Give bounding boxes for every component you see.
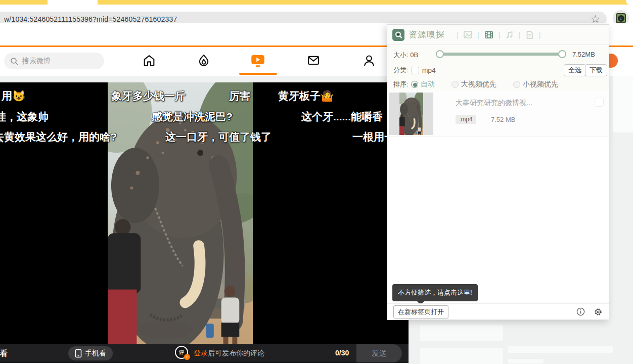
danmaku-comment: 黄牙板子🤷 bbox=[278, 89, 334, 103]
popup-title: 资源嗅探 bbox=[409, 29, 445, 40]
skeleton-block bbox=[508, 346, 613, 353]
search-placeholder: 搜索微博 bbox=[22, 57, 51, 66]
skeleton-block bbox=[420, 325, 503, 341]
select-all-button[interactable]: 全选 bbox=[564, 64, 586, 76]
resource-list-item[interactable]: 大事研究研究的微博视... .mp4 7.52 MB bbox=[387, 90, 609, 137]
login-link[interactable]: 登录 bbox=[194, 349, 208, 357]
size-range-slider[interactable] bbox=[437, 50, 564, 58]
phone-icon bbox=[75, 349, 82, 358]
sort-auto-radio[interactable] bbox=[411, 81, 418, 88]
skeleton-block bbox=[613, 76, 633, 132]
browser-tab-strip[interactable] bbox=[0, 0, 633, 5]
nav-home-icon[interactable] bbox=[141, 52, 158, 69]
video-tab-underline bbox=[239, 73, 277, 75]
sniffer-logo-icon bbox=[392, 29, 404, 41]
sort-small-label: 小视频优先 bbox=[523, 80, 558, 89]
filter-docs-icon[interactable] bbox=[525, 30, 534, 39]
watch-count-label: 观看 bbox=[0, 349, 8, 358]
danmaku-comment: 感觉是冲洗泥巴? bbox=[152, 110, 233, 124]
filter-tooltip: 不方便筛选，请点击这里! bbox=[392, 284, 478, 301]
divider: | bbox=[457, 30, 459, 39]
danmaku-toggle-check: ✓ bbox=[184, 354, 190, 360]
filter-audio-icon[interactable] bbox=[505, 30, 514, 39]
download-button[interactable]: 下载 bbox=[585, 64, 607, 76]
sort-small-radio[interactable] bbox=[513, 81, 520, 88]
comment-input[interactable]: 登录后可发布你的评论 bbox=[194, 349, 264, 358]
divider: | bbox=[499, 30, 501, 39]
screen: w/1034:5246052111155396?mid=524605276160… bbox=[0, 0, 633, 364]
popup-header: 资源嗅探 | | | bbox=[387, 25, 609, 45]
size-label: 大小: 0B bbox=[393, 51, 418, 60]
slider-track[interactable] bbox=[437, 53, 564, 56]
comment-badge-text: 评 bbox=[179, 349, 185, 356]
sniffer-popup: 资源嗅探 | | | bbox=[387, 24, 609, 320]
sort-large-label: 大视频优先 bbox=[461, 80, 496, 89]
filter-images-icon[interactable] bbox=[463, 30, 473, 39]
danmaku-comment: 这一口牙，可值了钱了 bbox=[165, 130, 272, 144]
danmaku-comment: 去黄效果这么好，用的啥? bbox=[0, 130, 117, 144]
sort-filter-row: 排序: 自动 大视频优先 小视频优先 bbox=[393, 80, 558, 89]
danmaku-comment: 用😺 bbox=[2, 89, 25, 103]
search-input[interactable]: 搜索微博 bbox=[4, 53, 104, 69]
divider: | bbox=[477, 30, 479, 39]
resource-list: 大事研究研究的微博视... .mp4 7.52 MB bbox=[387, 90, 609, 283]
sort-auto-label: 自动 bbox=[421, 80, 435, 89]
sort-label: 排序: bbox=[393, 80, 409, 89]
nav-hot-icon[interactable] bbox=[195, 52, 212, 69]
mp4-label: mp4 bbox=[422, 66, 436, 74]
search-icon bbox=[10, 57, 18, 65]
danmaku-comment: 厉害 bbox=[229, 89, 250, 103]
send-comment-button[interactable]: 发送 bbox=[356, 344, 402, 362]
settings-gear-icon[interactable] bbox=[594, 307, 603, 316]
nav-profile-icon[interactable] bbox=[360, 52, 378, 69]
mp4-checkbox[interactable] bbox=[412, 67, 419, 74]
slider-handle-min[interactable] bbox=[436, 50, 444, 58]
item-title: 大事研究研究的微博视... bbox=[456, 99, 532, 108]
browser-toolbar: w/1034:5246052111155396?mid=524605276160… bbox=[0, 5, 633, 23]
danmaku-comment: 哇，这象帅 bbox=[0, 110, 49, 124]
comment-hint: 后可发布你的评论 bbox=[208, 349, 264, 357]
popup-footer: 在新标签页打开 bbox=[387, 303, 609, 320]
sort-large-radio[interactable] bbox=[451, 81, 459, 88]
size-max-label: 7.52MB bbox=[572, 51, 595, 58]
tab-corner bbox=[626, 0, 633, 5]
watch-on-phone-button[interactable]: 手机看 bbox=[68, 346, 113, 360]
danmaku-comment: 象牙多少钱一斤 bbox=[111, 89, 186, 103]
video-player[interactable]: 用😺象牙多少钱一斤厉害黄牙板子🤷哇，这象帅感觉是冲洗泥巴?这个牙......能嚼… bbox=[0, 82, 409, 344]
category-filter-row: 分类: mp4 bbox=[393, 66, 436, 75]
item-checkbox[interactable] bbox=[595, 98, 604, 107]
bookmark-star-icon[interactable]: ☆ bbox=[591, 13, 602, 24]
open-new-tab-button[interactable]: 在新标签页打开 bbox=[393, 305, 448, 318]
danmaku-layer: 用😺象牙多少钱一斤厉害黄牙板子🤷哇，这象帅感觉是冲洗泥巴?这个牙......能嚼… bbox=[0, 82, 409, 344]
char-counter: 0/30 bbox=[335, 349, 349, 357]
url-text[interactable]: w/1034:5246052111155396?mid=524605276160… bbox=[4, 15, 177, 23]
nav-video-icon-active[interactable] bbox=[249, 52, 266, 69]
divider: | bbox=[539, 30, 541, 39]
size-filter-row: 大小: 0B bbox=[393, 51, 418, 60]
popup-filter-panel: 大小: 0B 7.52MB 分类: mp4 全选 下载 排序: 自动 大视频优先 bbox=[387, 46, 609, 90]
video-thumbnail bbox=[389, 93, 433, 135]
item-size: 7.52 MB bbox=[491, 116, 515, 123]
skeleton-block bbox=[508, 359, 544, 363]
skeleton-block bbox=[420, 348, 503, 364]
category-label: 分类: bbox=[393, 66, 409, 75]
danmaku-comment: 这个牙......能嚼香 bbox=[301, 110, 383, 124]
sniffer-extension-icon: ↓ bbox=[616, 13, 626, 23]
phone-view-label: 手机看 bbox=[85, 349, 106, 358]
divider: | bbox=[519, 30, 521, 39]
item-ext-badge: .mp4 bbox=[456, 115, 476, 124]
info-icon[interactable] bbox=[576, 307, 585, 316]
slider-handle-max[interactable] bbox=[558, 50, 566, 58]
nav-messages-icon[interactable] bbox=[305, 52, 322, 69]
active-tab-gap[interactable] bbox=[48, 0, 98, 5]
filter-videos-icon-active[interactable] bbox=[484, 30, 494, 40]
